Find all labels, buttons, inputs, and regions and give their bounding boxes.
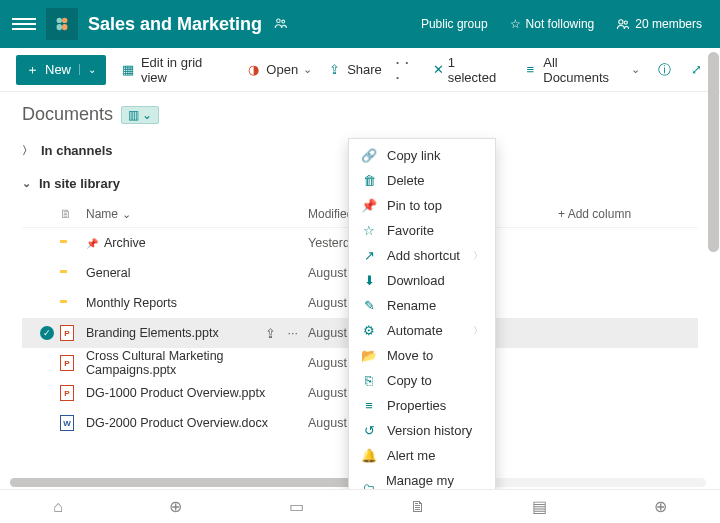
row-name[interactable]: DG-2000 Product Overview.docx: [86, 416, 308, 430]
chevron-right-icon: 〉: [473, 249, 483, 263]
automate-icon: ⚙: [361, 323, 377, 338]
chevron-down-icon: ⌄: [22, 177, 31, 190]
name-column[interactable]: Name⌄: [86, 207, 308, 221]
view-switcher[interactable]: ≡ All Documents ⌄: [522, 55, 640, 85]
link-icon: 🔗: [361, 148, 377, 163]
trash-icon: 🗑: [361, 173, 377, 188]
more-icon[interactable]: ···: [288, 326, 298, 341]
vertical-scrollbar[interactable]: [708, 52, 719, 252]
page-title: Documents: [22, 104, 113, 125]
svg-rect-2: [57, 24, 62, 30]
share-button[interactable]: ⇪ Share: [326, 62, 382, 78]
svg-point-5: [282, 20, 285, 23]
files-icon[interactable]: 🗎: [410, 498, 426, 516]
pin-icon: 📌: [86, 238, 98, 249]
file-type-icon: P: [60, 325, 86, 341]
selected-check-icon[interactable]: ✓: [40, 326, 54, 340]
menu-item-delete[interactable]: 🗑Delete: [349, 168, 495, 193]
row-name[interactable]: DG-1000 Product Overview.pptx: [86, 386, 308, 400]
alerts-icon: 🗂: [361, 481, 376, 490]
home-icon[interactable]: ⌂: [53, 498, 63, 516]
svg-point-7: [624, 21, 627, 24]
pin-icon: 📌: [361, 198, 377, 213]
new-button[interactable]: ＋ New ⌄: [16, 55, 106, 85]
svg-point-6: [619, 20, 623, 24]
rename-icon: ✎: [361, 298, 377, 313]
menu-item-download[interactable]: ⬇Download: [349, 268, 495, 293]
svg-point-0: [57, 18, 62, 23]
follow-button[interactable]: ☆ Not following: [504, 13, 601, 35]
file-type-icon: W: [60, 415, 86, 431]
more-actions-button[interactable]: · · ·: [396, 55, 419, 85]
teams-icon[interactable]: [272, 16, 288, 32]
chevron-right-icon: 〉: [22, 143, 33, 158]
chevron-down-icon: ⌄: [631, 63, 640, 76]
history-icon: ↺: [361, 423, 377, 438]
expand-icon[interactable]: ⤢: [688, 62, 704, 78]
chevron-right-icon: 〉: [473, 324, 483, 338]
menu-item-properties[interactable]: ≡Properties: [349, 393, 495, 418]
star-icon: ☆: [361, 223, 377, 238]
download-icon: ⬇: [361, 273, 377, 288]
svg-point-1: [62, 18, 67, 23]
close-icon[interactable]: ✕: [433, 62, 444, 77]
powerpoint-icon: ◑: [245, 62, 261, 78]
shortcut-icon: ↗: [361, 248, 377, 263]
add-column-button[interactable]: + Add column: [558, 207, 698, 221]
alert-icon: 🔔: [361, 448, 377, 463]
open-button[interactable]: ◑ Open ⌄: [245, 62, 312, 78]
grid-icon: ▦: [120, 62, 136, 78]
props-icon: ≡: [361, 398, 377, 413]
file-type-column[interactable]: 🗎: [60, 207, 86, 221]
people-icon: [616, 17, 630, 31]
members-button[interactable]: 20 members: [610, 13, 708, 35]
selection-count[interactable]: ✕ 1 selected: [433, 55, 507, 85]
context-menu: 🔗Copy link🗑Delete📌Pin to top☆Favorite↗Ad…: [348, 138, 496, 489]
group-visibility: Public group: [415, 13, 494, 35]
copyto-icon: ⎘: [361, 373, 377, 388]
row-name[interactable]: Cross Cultural Marketing Campaigns.pptx: [86, 349, 308, 377]
menu-item-move-to[interactable]: 📂Move to: [349, 343, 495, 368]
menu-item-favorite[interactable]: ☆Favorite: [349, 218, 495, 243]
share-icon: ⇪: [326, 62, 342, 78]
row-name[interactable]: Monthly Reports: [86, 296, 308, 310]
site-title[interactable]: Sales and Marketing: [88, 14, 262, 35]
app-launcher[interactable]: [12, 18, 36, 30]
plus-icon: ＋: [26, 61, 39, 79]
svg-point-4: [277, 19, 281, 23]
file-type-icon: P: [60, 355, 86, 371]
tile-view-toggle[interactable]: ▥ ⌄: [121, 106, 159, 124]
star-icon: ☆: [510, 17, 521, 31]
share-icon[interactable]: ⇪: [265, 326, 276, 341]
row-name[interactable]: 📌Archive: [86, 236, 308, 250]
menu-item-automate[interactable]: ⚙Automate〉: [349, 318, 495, 343]
add-icon[interactable]: ⊕: [654, 497, 667, 516]
site-logo[interactable]: [46, 8, 78, 40]
bottom-nav: ⌂ ⊕ ▭ 🗎 ▤ ⊕: [0, 489, 720, 523]
chevron-down-icon: ⌄: [303, 63, 312, 76]
list-icon: ≡: [522, 62, 538, 78]
globe-icon[interactable]: ⊕: [169, 497, 182, 516]
menu-item-rename[interactable]: ✎Rename: [349, 293, 495, 318]
menu-item-copy-to[interactable]: ⎘Copy to: [349, 368, 495, 393]
info-icon[interactable]: ⓘ: [656, 62, 672, 78]
menu-item-version-history[interactable]: ↺Version history: [349, 418, 495, 443]
file-type-icon: P: [60, 385, 86, 401]
menu-item-add-shortcut[interactable]: ↗Add shortcut〉: [349, 243, 495, 268]
menu-item-manage-my-alerts[interactable]: 🗂Manage my alerts: [349, 468, 495, 489]
edit-grid-button[interactable]: ▦ Edit in grid view: [120, 55, 231, 85]
svg-rect-3: [62, 24, 67, 30]
news-icon[interactable]: ▭: [289, 497, 304, 516]
chevron-down-icon: ⌄: [79, 64, 96, 75]
menu-item-pin-to-top[interactable]: 📌Pin to top: [349, 193, 495, 218]
menu-item-copy-link[interactable]: 🔗Copy link: [349, 143, 495, 168]
list-icon[interactable]: ▤: [532, 497, 547, 516]
row-name[interactable]: Branding Elements.pptx⇪···: [86, 326, 308, 341]
menu-item-alert-me[interactable]: 🔔Alert me: [349, 443, 495, 468]
moveto-icon: 📂: [361, 348, 377, 363]
row-name[interactable]: General: [86, 266, 308, 280]
